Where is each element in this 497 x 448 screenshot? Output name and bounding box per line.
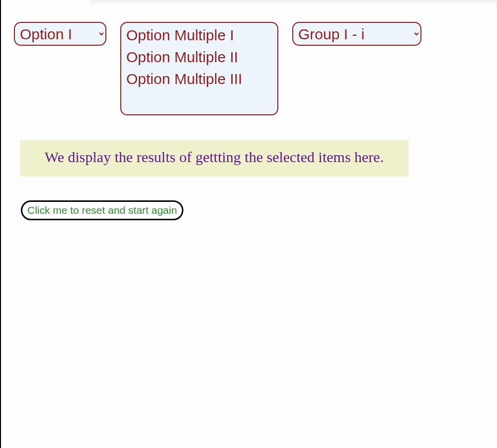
results-display: We display the results of gettting the s… (20, 140, 409, 177)
multiple-option-item[interactable]: Option Multiple II (124, 47, 274, 69)
reset-button[interactable]: Click me to reset and start again (21, 200, 183, 220)
multiple-option-select[interactable]: Option Multiple I Option Multiple II Opt… (120, 22, 278, 115)
single-option-select[interactable]: Option I Option II Option III (14, 22, 106, 46)
multiple-option-item[interactable]: Option Multiple III (124, 69, 274, 90)
selects-row: Option I Option II Option III Option Mul… (1, 3, 497, 115)
multiple-option-item[interactable]: Option Multiple I (124, 25, 274, 47)
grouped-option-select[interactable]: Group I - i Group I - ii Group II - i Gr… (292, 22, 421, 46)
